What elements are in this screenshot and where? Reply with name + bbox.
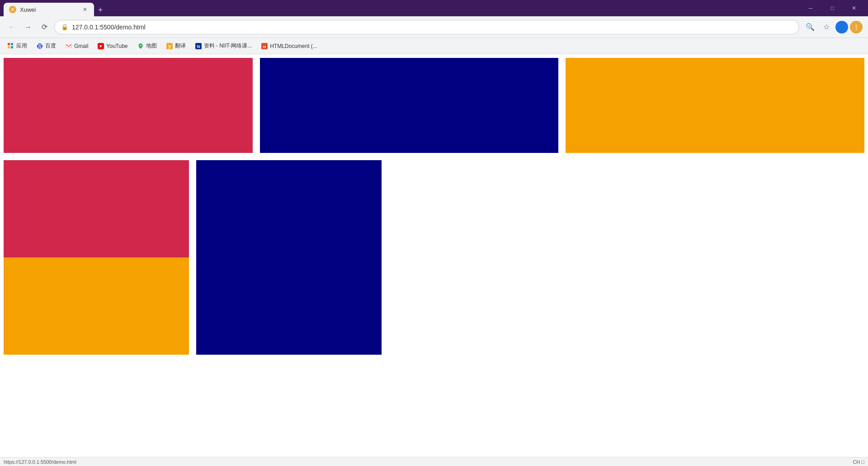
address-bar: ← → ⟳ 🔒 127.0.0.1:5500/demo.html 🔍 ☆ 👤 ⋮ — [0, 16, 868, 38]
svg-text:N: N — [197, 44, 200, 49]
svg-text:H: H — [263, 45, 266, 49]
url-text: 127.0.0.1:5500/demo.html — [72, 24, 793, 31]
baidu-icon: 百 — [36, 43, 43, 50]
bookmark-translate[interactable]: y 翻译 — [162, 40, 189, 52]
bookmark-youtube[interactable]: YouTube — [94, 41, 131, 52]
navy-box-1 — [260, 58, 559, 153]
svg-rect-2 — [8, 46, 10, 48]
tab-close-button[interactable]: ✕ — [81, 6, 89, 13]
close-button[interactable]: ✕ — [844, 0, 864, 16]
forward-button[interactable]: → — [22, 21, 34, 33]
bookmark-html[interactable]: H HTMLDocument (... — [257, 41, 321, 52]
apps-icon — [7, 43, 14, 50]
bookmark-maps-label: 地图 — [146, 42, 157, 50]
tab-favicon: X — [9, 6, 16, 13]
bookmark-baidu-label: 百度 — [45, 42, 56, 50]
minimize-button[interactable]: ─ — [800, 0, 821, 16]
svg-text:百: 百 — [38, 44, 42, 49]
translate-icon: y — [166, 43, 173, 50]
red-box-2 — [4, 160, 189, 257]
url-bar[interactable]: 🔒 127.0.0.1:5500/demo.html — [54, 20, 799, 34]
svg-point-9 — [140, 45, 141, 46]
tab-title: Xuwei — [20, 6, 78, 13]
bookmark-apps[interactable]: 应用 — [4, 40, 31, 52]
active-tab[interactable]: X Xuwei ✕ — [4, 3, 94, 16]
svg-text:y: y — [168, 43, 171, 49]
youtube-icon — [97, 43, 104, 50]
bookmark-youtube-label: YouTube — [106, 43, 127, 49]
window-controls: ─ □ ✕ — [800, 0, 864, 16]
svg-rect-0 — [8, 43, 10, 45]
niit-icon: N — [195, 43, 202, 50]
address-actions: 🔍 ☆ 👤 ⋮ — [803, 20, 863, 34]
bookmark-baidu[interactable]: 百 百度 — [33, 40, 60, 52]
status-url: https://127.0.0.1:5500/demo.html — [4, 459, 76, 465]
color-row-1 — [4, 58, 864, 153]
lock-icon: 🔒 — [61, 24, 68, 30]
svg-rect-1 — [11, 43, 13, 45]
search-icon-btn[interactable]: 🔍 — [803, 20, 817, 34]
bookmark-maps[interactable]: 地图 — [133, 40, 160, 52]
title-bar: X Xuwei ✕ + ─ □ ✕ — [0, 0, 868, 16]
bookmark-niit-label: 资料 - NIIT-网络课... — [204, 42, 252, 50]
chrome-menu-button[interactable]: ⋮ — [850, 21, 863, 33]
html-icon: H — [261, 43, 268, 50]
page-content — [0, 54, 868, 457]
new-tab-button[interactable]: + — [94, 4, 107, 16]
back-button[interactable]: ← — [5, 21, 18, 33]
status-right: CH □ — [853, 459, 864, 465]
bookmarks-bar: 应用 百 百度 Gmail — [0, 38, 868, 54]
profile-button[interactable]: 👤 — [835, 21, 848, 33]
tab-bar: X Xuwei ✕ + — [4, 0, 798, 16]
color-row-2 — [4, 160, 864, 355]
maximize-button[interactable]: □ — [822, 0, 843, 16]
bookmark-niit[interactable]: N 资料 - NIIT-网络课... — [191, 40, 256, 52]
reload-button[interactable]: ⟳ — [38, 21, 51, 33]
navy-box-2 — [196, 160, 382, 355]
browser-window: X Xuwei ✕ + ─ □ ✕ ← → ⟳ 🔒 127.0.0.1:5500… — [0, 0, 868, 466]
bookmark-gmail[interactable]: Gmail — [61, 41, 92, 52]
left-column — [4, 160, 189, 355]
bookmark-apps-label: 应用 — [16, 42, 27, 50]
star-icon-btn[interactable]: ☆ — [819, 20, 834, 34]
gmail-icon — [65, 43, 72, 50]
bookmark-translate-label: 翻译 — [175, 42, 186, 50]
bookmark-gmail-label: Gmail — [74, 43, 88, 49]
status-bar: https://127.0.0.1:5500/demo.html CH □ — [0, 457, 868, 466]
red-box-1 — [4, 58, 253, 153]
maps-icon — [137, 43, 144, 50]
orange-box-2 — [4, 257, 189, 355]
orange-box-1 — [566, 58, 864, 153]
bookmark-html-label: HTMLDocument (... — [270, 43, 317, 49]
svg-rect-3 — [11, 46, 13, 48]
